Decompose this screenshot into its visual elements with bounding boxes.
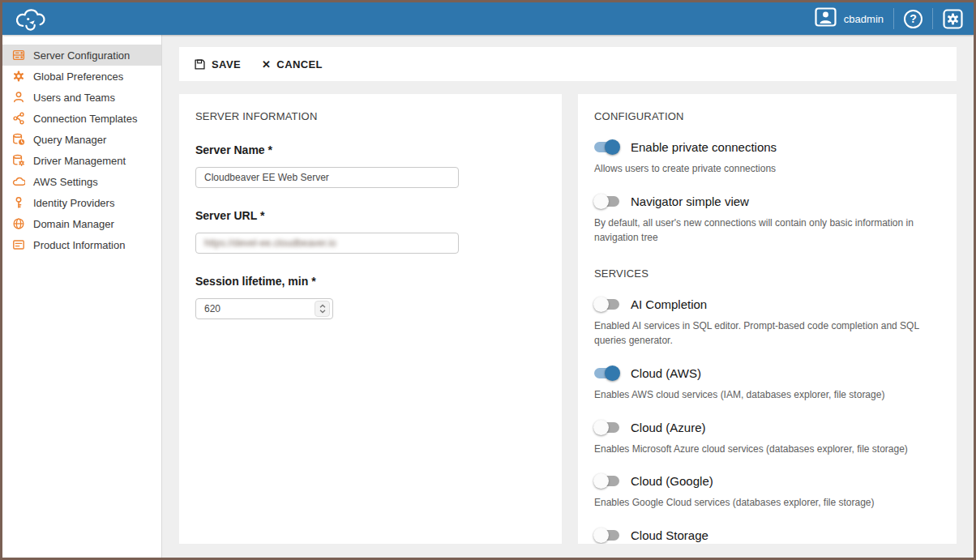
database-gear-icon	[12, 154, 25, 167]
server-url-label: Server URL *	[195, 209, 546, 222]
server-name-field-group: Server Name *	[195, 143, 546, 188]
globe-icon	[12, 217, 25, 230]
document-icon	[12, 238, 25, 251]
cloud-aws-switch[interactable]	[594, 368, 619, 378]
toggle-enable-private-connections: Enable private connections Allows users …	[594, 140, 937, 177]
gear-icon	[12, 70, 25, 83]
toggle-ai-completion: AI Completion Enabled AI services in SQL…	[594, 297, 937, 348]
cloud-storage-switch[interactable]	[594, 530, 619, 541]
sidebar-item-global-preferences[interactable]: Global Preferences	[2, 66, 161, 87]
header-divider	[932, 8, 933, 29]
sidebar-item-query-manager[interactable]: Query Manager	[2, 129, 161, 150]
ai-completion-switch[interactable]	[594, 299, 619, 310]
user-icon	[12, 91, 25, 104]
sidebar-item-connection-templates[interactable]: Connection Templates	[2, 108, 161, 129]
sidebar-item-identity-providers[interactable]: Identity Providers	[2, 192, 161, 213]
number-stepper[interactable]	[315, 301, 330, 317]
database-clock-icon	[12, 133, 25, 146]
toolbar: SAVE ✕ CANCEL	[179, 47, 957, 81]
enable-private-connections-switch[interactable]	[594, 142, 619, 152]
help-button[interactable]: ?	[904, 10, 922, 28]
server-information-panel: SERVER INFORMATION Server Name * Server …	[179, 94, 562, 544]
toggle-cloud-aws: Cloud (AWS) Enables AWS cloud services (…	[594, 366, 937, 403]
session-lifetime-input[interactable]	[195, 298, 333, 319]
server-information-heading: SERVER INFORMATION	[195, 110, 546, 122]
server-url-field-group: Server URL * https://devel-ee.cloudbeave…	[195, 209, 546, 254]
server-name-label: Server Name *	[195, 143, 546, 156]
gear-icon	[943, 9, 963, 29]
cloud-icon	[12, 175, 25, 188]
main-content: SAVE ✕ CANCEL SERVER INFORMATION Server …	[162, 35, 974, 558]
sidebar-item-server-configuration[interactable]: Server Configuration	[2, 45, 161, 66]
topbar-actions: cbadmin ?	[815, 7, 963, 30]
cloud-google-switch[interactable]	[594, 476, 619, 486]
help-icon: ?	[904, 10, 922, 28]
stepper-chevrons-icon	[319, 304, 326, 314]
navigator-simple-view-switch[interactable]	[594, 196, 619, 207]
username: cbadmin	[844, 13, 884, 25]
save-icon	[194, 58, 206, 71]
services-heading: SERVICES	[594, 267, 937, 280]
key-icon	[12, 196, 25, 209]
top-bar: cbadmin ?	[2, 2, 974, 35]
toggle-cloud-azure: Cloud (Azure) Enables Microsoft Azure cl…	[594, 421, 937, 457]
toggle-cloud-google: Cloud (Google) Enables Google Cloud serv…	[594, 474, 937, 511]
save-button[interactable]: SAVE	[194, 58, 241, 71]
sidebar-item-domain-manager[interactable]: Domain Manager	[2, 213, 161, 234]
admin-sidebar: Server Configuration Global Preference	[2, 35, 162, 558]
cloudbeaver-logo-icon[interactable]	[12, 6, 49, 31]
settings-button[interactable]	[943, 9, 963, 29]
server-url-input[interactable]: https://devel-ee.cloudbeaver.io	[195, 233, 459, 254]
sidebar-item-driver-management[interactable]: Driver Management	[2, 150, 161, 171]
cancel-button[interactable]: ✕ CANCEL	[262, 58, 323, 71]
sidebar-item-aws-settings[interactable]: AWS Settings	[2, 171, 161, 192]
header-divider	[893, 8, 894, 29]
sidebar-item-product-information[interactable]: Product Information	[2, 234, 161, 255]
cancel-icon: ✕	[262, 58, 271, 71]
server-configuration-icon	[12, 49, 25, 62]
configuration-panel: CONFIGURATION Enable private connections…	[578, 94, 957, 544]
configuration-heading: CONFIGURATION	[594, 110, 937, 122]
server-name-input[interactable]	[195, 167, 459, 188]
server-url-value-redacted: https://devel-ee.cloudbeaver.io	[204, 237, 336, 249]
user-menu[interactable]: cbadmin	[815, 7, 884, 30]
toggle-cloud-storage: Cloud Storage Enables cloud file systems…	[594, 528, 937, 544]
session-lifetime-label: Session lifetime, min *	[195, 275, 546, 288]
user-avatar-icon	[815, 7, 837, 30]
app-window: cbadmin ?	[0, 0, 976, 560]
connection-templates-icon	[12, 112, 25, 125]
sidebar-item-users-and-teams[interactable]: Users and Teams	[2, 87, 161, 108]
toggle-navigator-simple-view: Navigator simple view By default, all us…	[594, 195, 937, 246]
session-lifetime-field-group: Session lifetime, min *	[195, 275, 546, 319]
cloud-azure-switch[interactable]	[594, 422, 619, 433]
